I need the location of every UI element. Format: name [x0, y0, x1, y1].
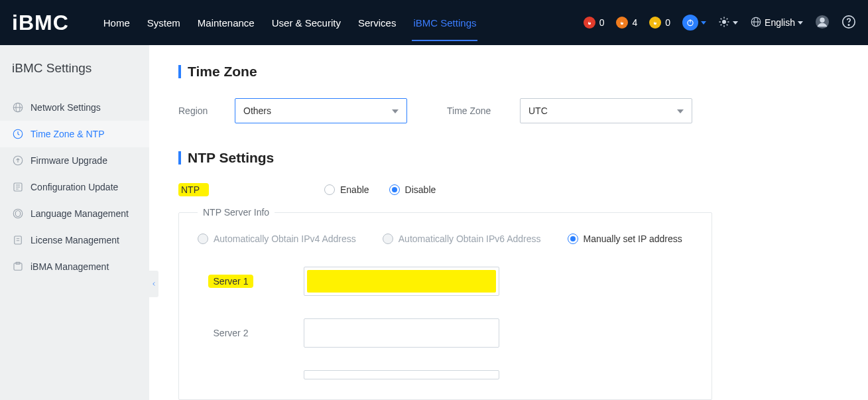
config-icon [12, 181, 24, 193]
sidebar-collapse[interactable] [149, 271, 158, 297]
flame-red-icon [584, 17, 595, 29]
server3-input[interactable] [304, 370, 499, 379]
logo: iBMC [12, 11, 69, 35]
tz-select[interactable]: UTC [520, 98, 692, 123]
radio-manual-ip[interactable]: Manually set IP address [568, 233, 682, 244]
top-nav: Home System Maintenance User & Security … [103, 0, 477, 45]
brightness-icon [718, 16, 730, 30]
language-menu[interactable]: English [750, 16, 803, 30]
ntp-mode-row: Automatically Obtain IPv4 Address Automa… [198, 233, 693, 244]
region-label: Region [178, 105, 215, 116]
top-right: 0 4 0 [584, 15, 856, 31]
radio-auto-ipv6[interactable]: Automatically Obtain IPv6 Address [383, 233, 541, 244]
sidebar-item-label: Language Management [31, 208, 129, 219]
nav-user-security[interactable]: User & Security [272, 0, 341, 45]
language-label: English [765, 17, 795, 28]
flame-yellow-icon [649, 17, 661, 29]
svg-rect-25 [15, 236, 22, 244]
nav-services[interactable]: Services [358, 0, 397, 45]
help-icon [841, 15, 856, 31]
svg-line-8 [727, 24, 728, 25]
sidebar-item-firmware[interactable]: Firmware Upgrade [0, 147, 149, 174]
sidebar-item-timezone[interactable]: Time Zone & NTP [0, 121, 149, 147]
alarm-major[interactable]: 4 [616, 17, 637, 29]
radio-circle-icon [198, 233, 208, 244]
svg-line-10 [727, 18, 728, 19]
tz-label: Time Zone [447, 105, 500, 116]
sidebar-item-label: Network Settings [31, 102, 101, 113]
svg-point-17 [848, 24, 849, 25]
sidebar-item-label: Time Zone & NTP [31, 129, 105, 139]
chevron-left-icon [151, 281, 157, 287]
alarm-critical[interactable]: 0 [584, 17, 605, 29]
server1-row: Server 1 [198, 267, 693, 296]
server1-input-wrap [304, 267, 499, 296]
upgrade-icon [12, 155, 24, 167]
heading-ntp: NTP Settings [178, 150, 841, 166]
content: Time Zone Region Others Time Zone UTC NT… [149, 45, 868, 400]
radio-circle-icon [324, 184, 335, 195]
sidebar-item-ibma[interactable]: iBMA Management [0, 253, 149, 280]
tz-field: Time Zone UTC [447, 98, 692, 123]
alarm-minor[interactable]: 0 [649, 17, 670, 29]
heading-timezone: Time Zone [178, 64, 841, 80]
sidebar-item-language[interactable]: Language Management [0, 200, 149, 227]
user-menu[interactable] [815, 15, 830, 31]
alarm-critical-count: 0 [599, 17, 605, 28]
ntp-label-text: NTP [178, 183, 209, 196]
sidebar-item-label: iBMA Management [31, 261, 109, 272]
radio-circle-icon [383, 233, 393, 244]
nav-maintenance[interactable]: Maintenance [198, 0, 255, 45]
chevron-down-icon [701, 21, 706, 25]
nav-system[interactable]: System [147, 0, 180, 45]
radio-circle-icon [568, 233, 578, 244]
alarm-minor-count: 0 [665, 17, 670, 28]
globe-icon [750, 16, 762, 30]
language-icon [12, 208, 24, 220]
radio-circle-icon [389, 184, 400, 195]
power-menu[interactable] [682, 15, 706, 31]
svg-line-9 [721, 24, 722, 25]
network-icon [12, 101, 24, 113]
radio-auto-ipv4[interactable]: Automatically Obtain IPv4 Address [198, 233, 356, 244]
top-bar: iBMC Home System Maintenance User & Secu… [0, 0, 868, 45]
server2-input[interactable] [304, 318, 499, 348]
sidebar-item-label: License Management [31, 235, 119, 245]
radio-ntp-enable[interactable]: Enable [324, 184, 369, 195]
fieldset-legend: NTP Server Info [198, 207, 275, 218]
sidebar-item-label: Firmware Upgrade [31, 155, 107, 166]
power-icon [682, 15, 698, 31]
user-icon [815, 15, 830, 31]
brightness-menu[interactable] [718, 16, 738, 30]
server1-label-text: Server 1 [208, 275, 254, 288]
ntp-server-info: NTP Server Info Automatically Obtain IPv… [178, 207, 712, 400]
svg-line-7 [721, 18, 722, 19]
chevron-down-icon [798, 21, 803, 25]
radio-ntp-disable[interactable]: Disable [389, 184, 436, 195]
sidebar-item-network[interactable]: Network Settings [0, 94, 149, 121]
radio-label: Enable [340, 184, 369, 195]
ntp-block: NTP Enable Disable NTP Server Info Autom… [178, 184, 841, 400]
sidebar-item-label: Configuration Update [31, 182, 118, 192]
radio-label: Disable [405, 184, 436, 195]
license-icon [12, 234, 24, 246]
flame-orange-icon [616, 17, 628, 29]
region-value: Others [243, 105, 271, 116]
region-select[interactable]: Others [235, 98, 407, 123]
nav-home[interactable]: Home [103, 0, 130, 45]
radio-label: Automatically Obtain IPv4 Address [214, 233, 356, 244]
sidebar-item-license[interactable]: License Management [0, 227, 149, 253]
clock-icon [12, 128, 24, 140]
main-layout: iBMC Settings Network Settings Time Zone… [0, 45, 868, 400]
tz-value: UTC [528, 105, 548, 116]
timezone-row: Region Others Time Zone UTC [178, 98, 841, 123]
server2-label: Server 2 [198, 328, 264, 338]
sidebar-item-config[interactable]: Configuration Update [0, 174, 149, 200]
help-button[interactable] [841, 15, 856, 31]
server1-input[interactable] [307, 270, 496, 293]
radio-label: Manually set IP address [584, 233, 682, 244]
chevron-down-icon [733, 21, 738, 25]
server2-row: Server 2 [198, 318, 693, 348]
svg-point-2 [722, 20, 726, 24]
nav-ibmc-settings[interactable]: iBMC Settings [413, 0, 476, 45]
